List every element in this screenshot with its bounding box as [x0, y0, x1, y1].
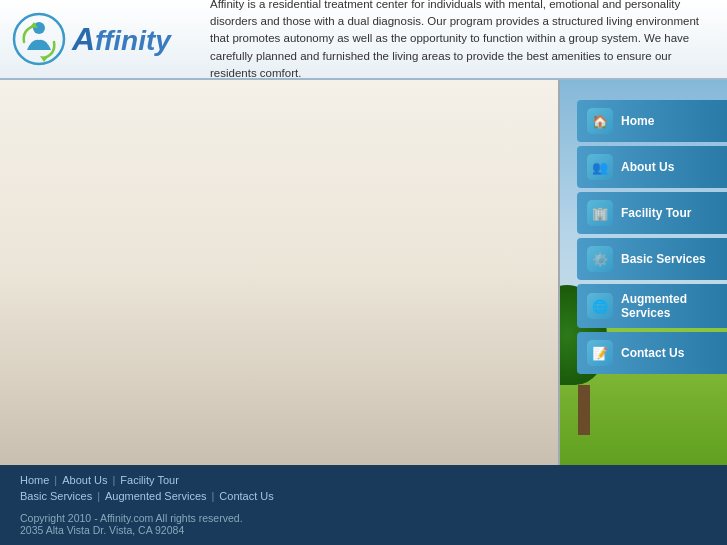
- footer-contact-us[interactable]: Contact Us: [219, 490, 273, 502]
- logo-text: Affinity: [72, 21, 171, 58]
- footer-separator: |: [54, 474, 57, 486]
- footer-address: 2035 Alta Vista Dr. Vista, CA 92084: [20, 524, 184, 536]
- content-card: [0, 80, 560, 465]
- nav-item-home[interactable]: 🏠Home: [577, 100, 727, 142]
- nav-item-facility-tour[interactable]: 🏢Facility Tour: [577, 192, 727, 234]
- footer-augmented-services[interactable]: Augmented Services: [105, 490, 207, 502]
- nav-label-home: Home: [621, 114, 654, 128]
- nav-label-augmented-services: Augmented Services: [621, 292, 717, 320]
- tree-trunk: [578, 385, 590, 435]
- footer-facility-tour[interactable]: Facility Tour: [120, 474, 178, 486]
- logo-icon: [12, 12, 67, 67]
- svg-marker-3: [40, 56, 48, 62]
- footer-copyright: Copyright 2010 - Affinity.com All rights…: [20, 512, 243, 524]
- footer: Home|About Us|Facility Tour Basic Servic…: [0, 465, 727, 545]
- home-icon: 🏠: [587, 108, 613, 134]
- nav-label-facility-tour: Facility Tour: [621, 206, 691, 220]
- nav-label-basic-services: Basic Services: [621, 252, 706, 266]
- footer-about-us[interactable]: About Us: [62, 474, 107, 486]
- nav-item-contact-us[interactable]: 📝Contact Us: [577, 332, 727, 374]
- logo-area: Affinity: [0, 12, 200, 67]
- augmented-services-icon: 🌐: [587, 293, 613, 319]
- nav-item-about-us[interactable]: 👥About Us: [577, 146, 727, 188]
- footer-nav-row1: Home|About Us|Facility Tour: [20, 474, 179, 486]
- contact-us-icon: 📝: [587, 340, 613, 366]
- page-wrapper: Affinity Affinity is a residential treat…: [0, 0, 727, 545]
- about-us-icon: 👥: [587, 154, 613, 180]
- nav-label-about-us: About Us: [621, 160, 674, 174]
- footer-separator: |: [112, 474, 115, 486]
- facility-tour-icon: 🏢: [587, 200, 613, 226]
- nav-item-basic-services[interactable]: ⚙️Basic Services: [577, 238, 727, 280]
- footer-separator: |: [97, 490, 100, 502]
- header: Affinity Affinity is a residential treat…: [0, 0, 727, 80]
- footer-basic-services[interactable]: Basic Services: [20, 490, 92, 502]
- main-area: 🏠Home👥About Us🏢Facility Tour⚙️Basic Serv…: [0, 80, 727, 465]
- footer-separator: |: [212, 490, 215, 502]
- nav-item-augmented-services[interactable]: 🌐Augmented Services: [577, 284, 727, 328]
- nav-sidebar: 🏠Home👥About Us🏢Facility Tour⚙️Basic Serv…: [577, 100, 727, 374]
- nav-label-contact-us: Contact Us: [621, 346, 684, 360]
- footer-home[interactable]: Home: [20, 474, 49, 486]
- header-description: Affinity is a residential treatment cent…: [200, 0, 727, 90]
- footer-nav-row2: Basic Services|Augmented Services|Contac…: [20, 490, 274, 502]
- svg-point-0: [14, 14, 64, 64]
- basic-services-icon: ⚙️: [587, 246, 613, 272]
